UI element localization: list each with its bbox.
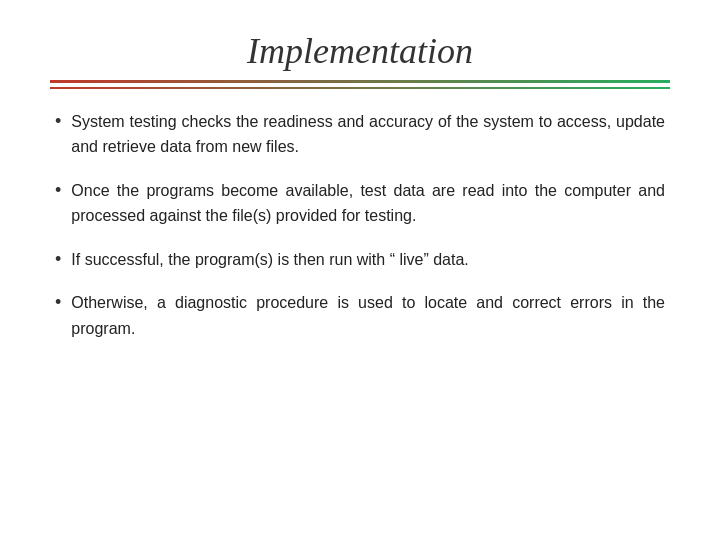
bullet-text-3: If successful, the program(s) is then ru…: [71, 247, 468, 273]
bullet-point-4: •: [55, 292, 61, 313]
bullet-text-4: Otherwise, a diagnostic procedure is use…: [71, 290, 665, 341]
title-container: Implementation: [50, 30, 670, 72]
slide-title: Implementation: [50, 30, 670, 72]
divider-top: [50, 80, 670, 83]
divider-bottom: [50, 87, 670, 89]
bullet-text-2: Once the programs become available, test…: [71, 178, 665, 229]
bullet-item-3: • If successful, the program(s) is then …: [50, 247, 670, 273]
bullet-point-1: •: [55, 111, 61, 132]
bullet-point-2: •: [55, 180, 61, 201]
bullet-text-1: System testing checks the readiness and …: [71, 109, 665, 160]
bullet-item-1: • System testing checks the readiness an…: [50, 109, 670, 160]
content-area: • System testing checks the readiness an…: [50, 109, 670, 511]
bullet-item-2: • Once the programs become available, te…: [50, 178, 670, 229]
bullet-item-4: • Otherwise, a diagnostic procedure is u…: [50, 290, 670, 341]
slide: Implementation • System testing checks t…: [0, 0, 720, 540]
bullet-point-3: •: [55, 249, 61, 270]
